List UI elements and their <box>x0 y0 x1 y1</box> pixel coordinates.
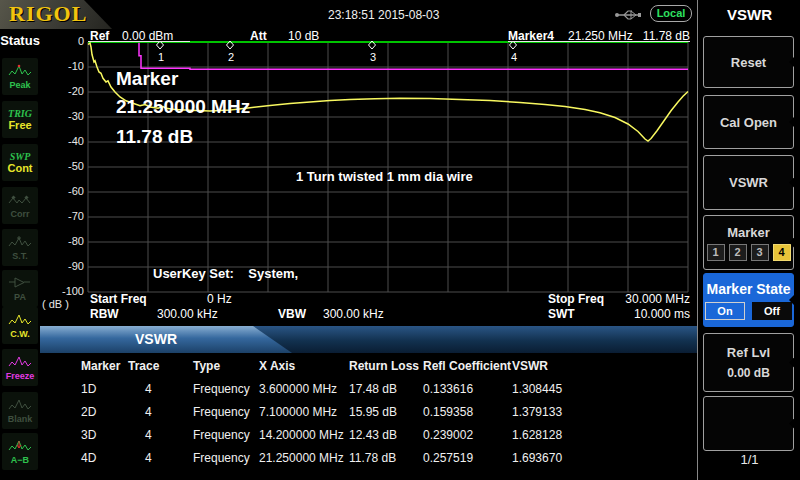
sidebar-item-blank: Blank <box>2 392 38 429</box>
reset-button[interactable]: Reset <box>703 36 794 88</box>
table-header: Type <box>193 359 259 373</box>
ref-lvl-value: 0.00 dB <box>727 366 770 380</box>
sidebar-item-swp: SWP Cont <box>2 144 38 181</box>
table-cell: 12.43 dB <box>349 428 423 442</box>
table-cell: 1.379133 <box>512 405 692 419</box>
cal-open-label: Cal Open <box>720 115 777 130</box>
freeze-waveform-icon <box>8 355 32 370</box>
on-toggle[interactable]: On <box>705 302 745 320</box>
vswr-button[interactable]: VSWR <box>703 155 794 210</box>
y-axis-unit: ( dB ) <box>42 298 69 310</box>
marker-num-2[interactable]: 2 <box>729 244 747 261</box>
sidebar-item-label: S.T. <box>12 251 28 261</box>
att-label: Att <box>250 29 267 43</box>
rigol-logo: RIGOL <box>9 1 87 27</box>
sidebar-item-pa: PA <box>2 270 38 307</box>
blank-softkey-button[interactable] <box>703 396 794 451</box>
off-toggle[interactable]: Off <box>752 302 792 320</box>
marker-number-row: 1 2 3 4 <box>707 244 791 261</box>
marker-num-3[interactable]: 3 <box>751 244 769 261</box>
y-axis-tick: -10 <box>40 60 84 72</box>
vswr-tab-label: VSWR <box>135 326 177 352</box>
ref-lvl-button[interactable]: Ref Lvl 0.00 dB <box>703 333 794 392</box>
y-axis-tick: -80 <box>40 235 84 247</box>
marker-overlay-amp: 11.78 dB <box>116 126 193 148</box>
cal-open-button[interactable]: Cal Open <box>703 95 794 149</box>
table-cell: Frequency <box>193 382 259 396</box>
ref-lvl-label: Ref Lvl <box>727 345 770 360</box>
swt-value: 10.000 ms <box>634 307 690 321</box>
table-cell: 0.257519 <box>423 451 512 465</box>
trig-tag: TRIG <box>8 109 32 119</box>
function-tab-bar: VSWR <box>40 326 697 353</box>
datetime: 23:18:51 2015-08-03 <box>328 8 439 22</box>
marker-select-button[interactable]: Marker 1 2 3 4 <box>703 215 794 270</box>
table-cell: Frequency <box>193 428 259 442</box>
y-axis-tick: -90 <box>40 260 84 272</box>
sidebar-item-label: A−B <box>11 455 29 465</box>
local-badge: Local <box>650 5 692 22</box>
spectrum-plot: 1234 Ref 0.00 dBm Att 10 dB Marker4 21.2… <box>40 30 697 326</box>
marker-overlay-freq: 21.250000 MHz <box>116 96 250 118</box>
marker-select-label: Marker <box>727 225 770 240</box>
marker-flag-4: 4 <box>511 51 517 63</box>
panel-title: VSWR <box>698 6 800 23</box>
table-cell: 1.308445 <box>512 382 692 396</box>
top-bar: RIGOL 23:18:51 2015-08-03 Local <box>0 0 800 31</box>
vswr-label: VSWR <box>729 175 768 190</box>
sidebar-item-label: PA <box>14 292 26 302</box>
table-cell: 1D <box>81 382 128 396</box>
pa-amplifier-icon <box>8 276 32 291</box>
y-axis-tick: -70 <box>40 210 84 222</box>
table-header: Marker <box>81 359 128 373</box>
ab-waveform-icon <box>8 439 32 454</box>
y-axis-tick: -30 <box>40 110 84 122</box>
vswr-tab[interactable]: VSWR <box>40 326 292 353</box>
wire-annotation: 1 Turn twisted 1 mm dia wire <box>296 169 473 184</box>
table-cell: 3D <box>81 428 128 442</box>
sidebar-item-trig: TRIG Free <box>2 101 38 138</box>
page-indicator: 1/1 <box>698 452 800 467</box>
table-cell: 0.133616 <box>423 382 512 396</box>
table-header: Trace <box>128 359 193 373</box>
rbw-value: 300.00 kHz <box>157 307 218 321</box>
table-cell: 0.159358 <box>423 405 512 419</box>
marker-num-1[interactable]: 1 <box>707 244 725 261</box>
table-header: Refl Coefficient <box>423 359 512 373</box>
table-cell: 1.628128 <box>512 428 692 442</box>
stop-freq-value: 30.000 MHz <box>625 292 690 306</box>
y-axis-tick: 0 <box>40 35 84 47</box>
table-row: 4D 4 Frequency 21.250000 MHz 11.78 dB 0.… <box>40 451 697 465</box>
stop-freq-label: Stop Freq <box>548 292 604 306</box>
y-axis-tick: -60 <box>40 185 84 197</box>
marker-num-4[interactable]: 4 <box>773 244 791 261</box>
marker-state-label: Marker State <box>706 281 790 297</box>
table-cell: 1.693670 <box>512 451 692 465</box>
sidebar-item-label: C.W. <box>10 329 30 339</box>
att-value: 10 dB <box>288 29 319 43</box>
table-header-row: Marker Trace Type X Axis Return Loss Ref… <box>40 359 697 373</box>
marker-flag-2: 2 <box>228 51 234 63</box>
st-waveform-icon <box>8 235 32 250</box>
sidebar-item-freeze: Freeze <box>2 349 38 386</box>
vbw-label: VBW <box>278 307 306 321</box>
table-cell: 4 <box>128 382 193 396</box>
sidebar-item-peak: Peak <box>2 58 38 95</box>
blank-waveform-icon <box>8 398 32 413</box>
marker-underline <box>508 41 690 42</box>
marker-state-button[interactable]: Marker State On Off <box>703 273 794 327</box>
softkey-panel: VSWR Reset Cal Open VSWR Marker 1 2 3 4 … <box>697 0 800 480</box>
table-cell: 21.250000 MHz <box>259 451 349 465</box>
rbw-label: RBW <box>90 307 119 321</box>
cw-waveform-icon <box>8 313 32 328</box>
peak-waveform-icon <box>8 64 32 79</box>
corr-waveform-icon <box>8 193 32 208</box>
marker-table: Marker Trace Type X Axis Return Loss Ref… <box>40 353 697 480</box>
table-header: VSWR <box>512 359 692 373</box>
y-axis-tick: -100 <box>40 285 84 297</box>
start-freq-label: Start Freq <box>90 292 147 306</box>
table-cell: 2D <box>81 405 128 419</box>
table-row: 2D 4 Frequency 7.100000 MHz 15.95 dB 0.1… <box>40 405 697 419</box>
userkey-message: UserKey Set: System, <box>153 266 298 281</box>
reset-label: Reset <box>731 55 766 70</box>
